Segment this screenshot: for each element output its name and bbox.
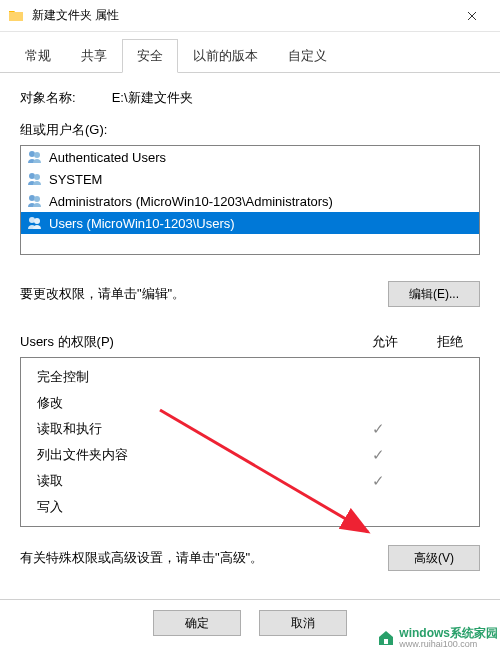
- permission-row: 完全控制: [21, 364, 479, 390]
- list-item[interactable]: Authenticated Users: [21, 146, 479, 168]
- permissions-listbox: 完全控制 修改 读取和执行 ✓ 列出文件夹内容 ✓ 读取 ✓ 写入: [20, 357, 480, 527]
- check-icon: ✓: [343, 472, 413, 490]
- permission-name: 读取和执行: [37, 420, 343, 438]
- tab-sharing[interactable]: 共享: [66, 39, 122, 73]
- users-icon: [27, 193, 43, 209]
- check-icon: ✓: [343, 420, 413, 438]
- groups-label: 组或用户名(G):: [20, 121, 480, 139]
- tab-customize[interactable]: 自定义: [273, 39, 342, 73]
- permission-name: 写入: [37, 498, 343, 516]
- permissions-header: Users 的权限(P) 允许 拒绝: [20, 333, 480, 351]
- permission-name: 完全控制: [37, 368, 343, 386]
- permission-row: 列出文件夹内容 ✓: [21, 442, 479, 468]
- content: 对象名称: E:\新建文件夹 组或用户名(G): Authenticated U…: [0, 73, 500, 587]
- list-item[interactable]: Users (MicroWin10-1203\Users): [21, 212, 479, 234]
- svg-point-1: [34, 152, 40, 158]
- svg-point-2: [29, 173, 35, 179]
- watermark-line2: www.ruihai100.com: [399, 640, 498, 650]
- svg-point-3: [34, 174, 40, 180]
- tab-previous-versions[interactable]: 以前的版本: [178, 39, 273, 73]
- tab-general[interactable]: 常规: [10, 39, 66, 73]
- permission-row: 修改: [21, 390, 479, 416]
- users-icon: [27, 171, 43, 187]
- object-name-label: 对象名称:: [20, 89, 76, 107]
- list-item-label: Administrators (MicroWin10-1203\Administ…: [49, 194, 333, 209]
- folder-icon: [8, 8, 24, 24]
- tab-security[interactable]: 安全: [122, 39, 178, 73]
- advanced-row: 有关特殊权限或高级设置，请单击"高级"。 高级(V): [20, 545, 480, 571]
- svg-rect-9: [384, 639, 388, 644]
- edit-row: 要更改权限，请单击"编辑"。 编辑(E)...: [20, 281, 480, 307]
- permission-name: 读取: [37, 472, 343, 490]
- titlebar: 新建文件夹 属性: [0, 0, 500, 32]
- object-name-row: 对象名称: E:\新建文件夹: [20, 89, 480, 107]
- groups-listbox[interactable]: Authenticated Users SYSTEM Administrator…: [20, 145, 480, 255]
- window-title: 新建文件夹 属性: [32, 7, 452, 24]
- edit-button[interactable]: 编辑(E)...: [388, 281, 480, 307]
- ok-button[interactable]: 确定: [153, 610, 241, 636]
- tabs: 常规 共享 安全 以前的版本 自定义: [0, 32, 500, 73]
- list-item-label: SYSTEM: [49, 172, 102, 187]
- deny-header: 拒绝: [420, 333, 480, 351]
- watermark: windows系统家园 www.ruihai100.com: [377, 627, 498, 650]
- object-name-value: E:\新建文件夹: [112, 89, 193, 107]
- permission-row: 读取 ✓: [21, 468, 479, 494]
- list-item-label: Users (MicroWin10-1203\Users): [49, 216, 235, 231]
- permission-row: 读取和执行 ✓: [21, 416, 479, 442]
- users-icon: [27, 215, 43, 231]
- close-button[interactable]: [452, 0, 492, 32]
- permissions-label: Users 的权限(P): [20, 333, 350, 351]
- svg-point-6: [29, 217, 35, 223]
- list-item-label: Authenticated Users: [49, 150, 166, 165]
- svg-point-5: [34, 196, 40, 202]
- users-icon: [27, 149, 43, 165]
- permission-row: 写入: [21, 494, 479, 520]
- svg-point-0: [29, 151, 35, 157]
- permission-name: 列出文件夹内容: [37, 446, 343, 464]
- close-icon: [467, 8, 477, 24]
- svg-point-7: [34, 218, 40, 224]
- advanced-hint: 有关特殊权限或高级设置，请单击"高级"。: [20, 549, 263, 567]
- svg-point-4: [29, 195, 35, 201]
- list-item[interactable]: SYSTEM: [21, 168, 479, 190]
- allow-header: 允许: [350, 333, 420, 351]
- permission-name: 修改: [37, 394, 343, 412]
- edit-hint: 要更改权限，请单击"编辑"。: [20, 285, 185, 303]
- watermark-text: windows系统家园 www.ruihai100.com: [399, 627, 498, 650]
- advanced-button[interactable]: 高级(V): [388, 545, 480, 571]
- cancel-button[interactable]: 取消: [259, 610, 347, 636]
- list-item[interactable]: Administrators (MicroWin10-1203\Administ…: [21, 190, 479, 212]
- house-icon: [377, 630, 395, 646]
- check-icon: ✓: [343, 446, 413, 464]
